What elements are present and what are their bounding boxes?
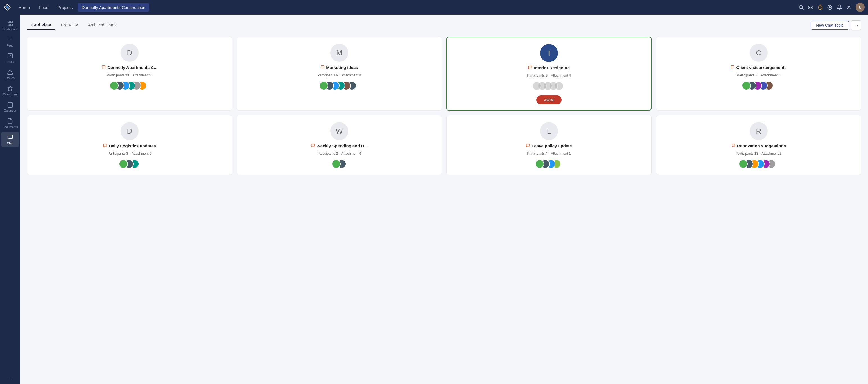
participant-avatar	[319, 81, 328, 90]
nav-home[interactable]: Home	[14, 3, 34, 11]
card-attachment-label: Attachment 2	[762, 151, 781, 155]
timer-icon[interactable]	[817, 4, 823, 10]
gamepad-icon[interactable]	[808, 4, 813, 10]
card-title-text-leave: Leave policy update	[531, 143, 572, 148]
card-title-row-interior: Interior Designing	[453, 65, 645, 70]
card-title-row-leave: Leave policy update	[452, 143, 646, 148]
card-participants-avatars-marketing	[319, 80, 359, 91]
svg-point-6	[812, 8, 812, 8]
chat-card-interior[interactable]: IInterior DesigningParticipants 5Attachm…	[446, 37, 652, 111]
card-participants-avatars-leave	[535, 159, 563, 169]
card-participants-label: Participants 4	[527, 151, 548, 155]
top-nav: Home Feed Projects Donnelly Apartments C…	[0, 0, 868, 14]
card-avatar-donnelly: D	[121, 44, 138, 62]
chat-card-leave[interactable]: LLeave policy updateParticipants 4Attach…	[446, 115, 652, 175]
sidebar-label-dashboard: Dashboard	[3, 28, 18, 31]
card-attachment-label: Attachment 0	[341, 151, 361, 155]
card-meta-client: Participants 5Attachment 0	[737, 73, 780, 77]
chat-card-renovation[interactable]: RRenovation suggestionsParticipants 18At…	[656, 115, 861, 175]
card-meta-leave: Participants 4Attachment 1	[527, 151, 570, 155]
card-title-row-marketing: Marketing ideas	[243, 65, 436, 70]
nav-project-active[interactable]: Donnelly Apartments Construction	[78, 3, 149, 11]
card-participants-label: Participants 2	[317, 151, 338, 155]
card-title-text-renovation: Renovation suggestions	[737, 143, 786, 148]
card-title-text-client: Client visit arrangements	[736, 65, 786, 70]
card-participants-label: Participants 5	[527, 74, 548, 77]
card-title-row-weekly: Weekly Spending and B...	[243, 143, 436, 148]
card-avatar-interior: I	[540, 44, 558, 62]
search-icon[interactable]	[798, 4, 804, 10]
card-participants-label: Participants 5	[737, 73, 757, 77]
sidebar-item-chat[interactable]: Chat	[1, 132, 19, 147]
card-avatar-daily: D	[121, 122, 138, 140]
card-title-row-donnelly: Donnelly Apartments C...	[33, 65, 226, 70]
nav-actions: U	[798, 3, 865, 12]
add-icon[interactable]	[827, 4, 833, 10]
card-meta-renovation: Participants 18Attachment 2	[736, 151, 781, 155]
card-participants-avatars-weekly	[332, 159, 347, 169]
svg-rect-16	[11, 24, 12, 26]
nav-links: Home Feed Projects Donnelly Apartments C…	[14, 3, 798, 11]
card-title-text-daily: Daily Logistics updates	[109, 143, 156, 148]
card-participants-label: Participants 18	[736, 151, 758, 155]
sidebar-item-documents[interactable]: Documents	[1, 116, 19, 131]
nav-feed[interactable]: Feed	[35, 3, 52, 11]
card-participants-avatars-daily	[119, 159, 140, 169]
tab-grid-view[interactable]: Grid View	[27, 20, 55, 30]
main-content: Grid View List View Archived Chats New C…	[20, 14, 868, 384]
participant-avatar	[532, 81, 541, 91]
chat-card-daily[interactable]: DDaily Logistics updatesParticipants 3At…	[27, 115, 232, 175]
chat-icon-daily	[103, 143, 107, 148]
sidebar-label-issues: Issues	[6, 76, 14, 80]
chat-card-marketing[interactable]: MMarketing ideasParticipants 6Attachment…	[237, 37, 442, 111]
chat-cards-grid: DDonnelly Apartments C...Participants 23…	[27, 37, 861, 175]
sidebar-item-issues[interactable]: Issues	[1, 67, 19, 82]
card-participants-avatars-donnelly	[110, 80, 150, 91]
new-chat-button[interactable]: New Chat Topic	[811, 21, 849, 30]
card-avatar-renovation: R	[750, 122, 768, 140]
tab-list-view[interactable]: List View	[57, 20, 82, 30]
sidebar-more[interactable]: ···	[8, 375, 12, 381]
sidebar-label-calendar: Calendar	[4, 109, 17, 112]
bell-icon[interactable]	[837, 4, 842, 10]
sidebar-item-dashboard[interactable]: Dashboard	[1, 18, 19, 33]
user-avatar[interactable]: U	[856, 3, 865, 12]
card-avatar-weekly: W	[330, 122, 348, 140]
chat-card-weekly[interactable]: WWeekly Spending and B...Participants 2A…	[237, 115, 442, 175]
app-logo[interactable]	[0, 3, 14, 11]
card-participants-avatars-interior	[532, 81, 566, 91]
sidebar-item-milestones[interactable]: Milestones	[1, 83, 19, 98]
card-attachment-label: Attachment 0	[132, 73, 152, 77]
close-icon[interactable]	[846, 4, 852, 10]
sidebar-item-feed[interactable]: Feed	[1, 34, 19, 49]
svg-rect-21	[8, 103, 13, 107]
card-meta-weekly: Participants 2Attachment 0	[317, 151, 361, 155]
view-tabs-actions: New Chat Topic ···	[811, 21, 861, 30]
participant-avatar	[332, 160, 341, 168]
chat-card-donnelly[interactable]: DDonnelly Apartments C...Participants 23…	[27, 37, 232, 111]
card-meta-daily: Participants 3Attachment 0	[107, 151, 151, 155]
svg-rect-15	[8, 24, 9, 26]
svg-point-0	[799, 5, 803, 9]
more-options-button[interactable]: ···	[851, 21, 861, 30]
chat-icon-client	[731, 65, 735, 70]
card-attachment-label: Attachment 1	[551, 151, 571, 155]
chat-icon-donnelly	[102, 65, 106, 70]
sidebar-item-tasks[interactable]: Tasks	[1, 50, 19, 66]
join-button-interior[interactable]: JOIN	[536, 96, 562, 104]
nav-projects[interactable]: Projects	[53, 3, 76, 11]
tab-archived-chats[interactable]: Archived Chats	[84, 20, 121, 30]
card-attachment-label: Attachment 0	[341, 73, 361, 77]
card-attachment-label: Attachment 0	[131, 151, 152, 155]
participant-avatar	[742, 81, 751, 90]
chat-card-client[interactable]: CClient visit arrangementsParticipants 5…	[656, 37, 861, 111]
participant-avatar	[535, 160, 544, 168]
card-title-text-donnelly: Donnelly Apartments C...	[107, 65, 157, 70]
participant-avatar	[110, 81, 119, 90]
view-tabs: Grid View List View Archived Chats New C…	[27, 20, 861, 30]
card-meta-marketing: Participants 6Attachment 0	[317, 73, 361, 77]
sidebar-item-calendar[interactable]: Calendar	[1, 99, 19, 114]
sidebar: Dashboard Feed Tasks Issues Milestones C…	[0, 14, 20, 384]
card-participants-label: Participants 3	[107, 151, 128, 155]
card-meta-donnelly: Participants 23Attachment 0	[107, 73, 152, 77]
